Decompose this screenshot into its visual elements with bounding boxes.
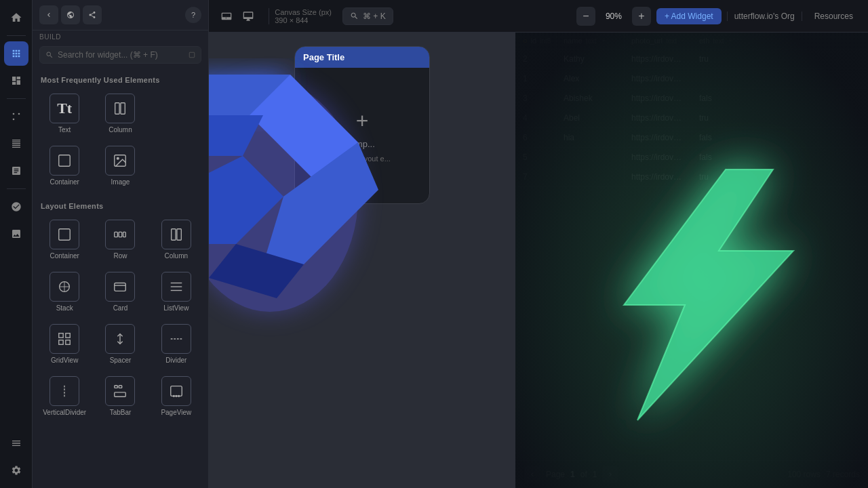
layout-pageview[interactable]: PageView xyxy=(150,371,203,420)
layout-stack[interactable]: Stack xyxy=(38,266,91,316)
global-search-button[interactable]: ⌘ + K xyxy=(342,7,393,25)
col-header-eth[interactable]: eth text xyxy=(692,33,787,49)
info-button[interactable]: ? xyxy=(185,7,201,23)
build-label: Build xyxy=(33,30,208,41)
table-row[interactable]: 3 Abishek https://irdovgkclvfsadfmzixz.s… xyxy=(516,89,868,108)
layout-tabbar[interactable]: TabBar xyxy=(94,371,146,420)
col-name-id: id xyxy=(531,37,537,45)
col-header-name[interactable]: name text xyxy=(557,33,625,49)
svg-rect-22 xyxy=(66,333,70,338)
sidebar-item-assets[interactable] xyxy=(4,222,28,246)
back-button[interactable] xyxy=(39,5,58,24)
share-button[interactable] xyxy=(83,5,102,24)
table-row[interactable]: 6 hia https://irdovgkclvfsadfmzixz.sup f… xyxy=(516,128,868,148)
column-widget-label: Column xyxy=(108,126,132,134)
widget-image[interactable]: Image xyxy=(94,140,146,190)
sidebar-item-settings[interactable] xyxy=(4,458,28,483)
layout-column-icon xyxy=(161,220,191,249)
phone-frame: Page Title + Emp... Drag a layout e... xyxy=(294,46,430,204)
cell-id: 5 xyxy=(516,148,557,167)
text-widget-icon: Tt xyxy=(50,94,79,123)
column-headers: ○ id int8 name text photo_url text eth t… xyxy=(516,33,868,49)
layout-card-icon xyxy=(105,272,135,302)
empty-sub: Drag a layout e... xyxy=(334,155,391,163)
col-header-id[interactable]: ○ id int8 xyxy=(516,33,557,49)
cell-eth: fals xyxy=(692,128,787,147)
layout-spacer-label: Spacer xyxy=(110,357,132,364)
phone-content-area[interactable]: + Emp... Drag a layout e... xyxy=(295,68,429,203)
sidebar-item-data[interactable] xyxy=(4,131,28,156)
desktop-view-button[interactable] xyxy=(239,7,258,26)
col-name-name: name xyxy=(564,37,583,45)
layout-header: Layout Elements xyxy=(33,195,208,214)
table-row[interactable]: 7 https://irdovgkclvfsadfmzixz.sup tru xyxy=(516,167,868,187)
sidebar-item-pages[interactable] xyxy=(4,159,28,183)
image-widget-label: Image xyxy=(111,178,130,186)
cell-photo-url: https://irdovgkclvfsadfmzixz.sup xyxy=(625,167,692,186)
table-row[interactable]: 2 Kathy https://irdovgkclvfsadfmzixz.sup… xyxy=(516,49,868,69)
canvas-area: Page Title + Emp... Drag a layout e... xyxy=(209,33,515,488)
widget-container[interactable]: Container xyxy=(38,140,91,190)
prev-page-button[interactable] xyxy=(524,466,540,483)
col-type-eth: text xyxy=(713,37,724,45)
add-widget-button[interactable]: + Add Widget xyxy=(656,8,722,24)
nav-globe-button[interactable] xyxy=(61,5,80,24)
toolbar-nav-buttons xyxy=(39,5,102,24)
layout-grid: Container Row Column Stack xyxy=(33,214,208,426)
column-widget-icon xyxy=(105,94,135,123)
search-icon xyxy=(45,51,54,59)
key-icon: ○ xyxy=(523,37,528,45)
cell-eth: tru xyxy=(692,108,787,127)
table-row[interactable]: 5 https://irdovgkclvfsadfmzixz.sup fals xyxy=(516,148,868,167)
empty-drop-icon: + xyxy=(356,108,369,134)
layout-row-label: Row xyxy=(113,252,127,260)
sidebar-item-integrations[interactable] xyxy=(4,195,28,219)
layout-card[interactable]: Card xyxy=(94,266,146,316)
tablet-view-button[interactable] xyxy=(217,7,236,26)
org-label: utterflow.io's Org xyxy=(727,12,802,21)
layout-gridview-label: GridView xyxy=(51,357,78,364)
sidebar-item-widgets[interactable] xyxy=(4,41,28,66)
cell-name: Alex xyxy=(557,69,625,88)
table-row[interactable]: 1 Alex https://irdovgkclvfsadfmzixz.sup xyxy=(516,69,868,89)
layout-divider[interactable]: Divider xyxy=(150,319,203,368)
layout-column[interactable]: Column xyxy=(150,214,203,264)
cell-id: 7 xyxy=(516,167,557,186)
widget-text[interactable]: Tt Text xyxy=(38,88,91,138)
sidebar-separator xyxy=(7,35,26,36)
col-header-photo[interactable]: photo_url text xyxy=(625,33,692,49)
widget-search-bar[interactable] xyxy=(39,46,201,64)
search-input[interactable] xyxy=(58,50,184,60)
layout-container[interactable]: Container xyxy=(38,214,91,264)
layout-row[interactable]: Row xyxy=(94,214,146,264)
zoom-plus-button[interactable]: + xyxy=(632,7,651,26)
sidebar-item-home[interactable] xyxy=(4,5,28,30)
resources-link[interactable]: Resources xyxy=(808,12,860,21)
sidebar-item-connect[interactable] xyxy=(4,104,28,129)
next-page-button[interactable] xyxy=(602,466,618,483)
layout-spacer[interactable]: Spacer xyxy=(94,319,146,368)
zoom-minus-button[interactable]: − xyxy=(576,7,595,26)
table-row[interactable]: 4 Abel https://irdovgkclvfsadfmzixz.sup … xyxy=(516,108,868,128)
sidebar-item-layout[interactable] xyxy=(4,68,28,93)
layout-vertical-divider-label: VerticalDivider xyxy=(43,409,86,416)
col-type-photo: text xyxy=(666,37,677,45)
layout-stack-icon xyxy=(50,272,79,302)
svg-rect-14 xyxy=(177,229,181,241)
cell-name xyxy=(557,167,625,186)
layout-vertical-divider[interactable]: VerticalDivider xyxy=(38,371,91,420)
layout-gridview[interactable]: GridView xyxy=(38,319,91,368)
widget-column[interactable]: Column xyxy=(94,88,146,138)
layout-listview[interactable]: ListView xyxy=(150,266,203,316)
sidebar-item-nav[interactable] xyxy=(4,431,28,455)
of-label: of xyxy=(580,470,587,479)
cell-eth xyxy=(692,69,787,88)
layout-tabbar-icon xyxy=(105,376,135,406)
cell-id: 1 xyxy=(516,69,557,88)
widget-slot-1 xyxy=(150,88,203,138)
image-widget-icon xyxy=(105,146,135,176)
total-records: 7 records xyxy=(826,470,860,479)
container-widget-label: Container xyxy=(50,178,79,186)
svg-rect-5 xyxy=(121,103,125,115)
layout-listview-label: ListView xyxy=(163,304,189,312)
